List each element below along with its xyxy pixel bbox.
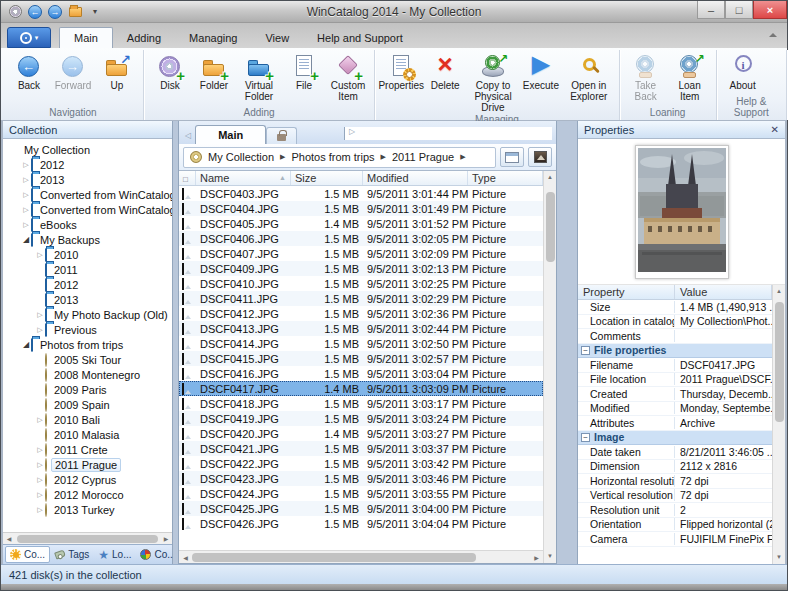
- tree-item-2012[interactable]: 2012: [3, 277, 172, 292]
- property-row-filename[interactable]: FilenameDSCF0417.JPG: [578, 358, 772, 373]
- ribbon-tab-adding[interactable]: Adding: [113, 28, 175, 48]
- file-row-dscf0414-jpg[interactable]: DSCF0414.JPG1.5 MB9/5/2011 3:02:50 PMPic…: [179, 336, 543, 351]
- ribbon-tab-managing[interactable]: Managing: [175, 28, 251, 48]
- tree-item-2013[interactable]: 2013: [3, 292, 172, 307]
- file-row-dscf0410-jpg[interactable]: DSCF0410.JPG1.5 MB9/5/2011 3:02:25 PMPic…: [179, 276, 543, 291]
- collapse-icon[interactable]: ◢: [21, 235, 31, 244]
- property-row-created[interactable]: CreatedThursday, Decemb...: [578, 387, 772, 402]
- properties-button[interactable]: Properties: [379, 51, 423, 91]
- tree-item-my-backups[interactable]: ◢My Backups: [3, 232, 172, 247]
- column-header-size[interactable]: Size: [291, 171, 363, 185]
- scroll-down-icon[interactable]: ▼: [773, 551, 785, 564]
- property-row-attributes[interactable]: AttributesArchive: [578, 416, 772, 431]
- column-header-type[interactable]: Type: [468, 171, 543, 185]
- file-row-dscf0418-jpg[interactable]: DSCF0418.JPG1.5 MB9/5/2011 3:03:17 PMPic…: [179, 396, 543, 411]
- ribbon-tab-view[interactable]: View: [251, 28, 303, 48]
- expand-icon[interactable]: ▷: [35, 491, 45, 499]
- file-row-dscf0425-jpg[interactable]: DSCF0425.JPG1.5 MB9/5/2011 3:04:00 PMPic…: [179, 501, 543, 516]
- file-row-dscf0404-jpg[interactable]: DSCF0404.JPG1.5 MB9/5/2011 3:01:49 PMPic…: [179, 201, 543, 216]
- breadcrumb-item-my-collection[interactable]: My Collection: [208, 151, 274, 163]
- tree-item-2009-paris[interactable]: 2009 Paris: [3, 382, 172, 397]
- back-button[interactable]: Back: [7, 51, 51, 91]
- maximize-button[interactable]: □: [725, 1, 753, 19]
- tree-item-ebooks[interactable]: ▷eBooks: [3, 217, 172, 232]
- property-row-size[interactable]: Size1.4 MB (1,490,913 ...: [578, 300, 772, 315]
- doc-tab-locked[interactable]: [266, 127, 297, 144]
- file-row-dscf0415-jpg[interactable]: DSCF0415.JPG1.5 MB9/5/2011 3:02:57 PMPic…: [179, 351, 543, 366]
- property-group-file-properties[interactable]: −File properties: [578, 344, 772, 359]
- expand-icon[interactable]: ▷: [21, 191, 31, 199]
- property-row-file-location[interactable]: File location2011 Prague\DSCF...: [578, 373, 772, 388]
- ribbon-tab-help-and-support[interactable]: Help and Support: [303, 28, 417, 48]
- file-row-dscf0424-jpg[interactable]: DSCF0424.JPG1.5 MB9/5/2011 3:03:55 PMPic…: [179, 486, 543, 501]
- tab-scroll-left-icon[interactable]: ◁: [181, 131, 195, 144]
- doc-tab-main[interactable]: Main: [195, 125, 266, 144]
- expand-icon[interactable]: ▷: [35, 416, 45, 424]
- property-row-dimension[interactable]: Dimension2112 x 2816: [578, 460, 772, 475]
- open-in-explorer-button[interactable]: Open in Explorer: [563, 51, 615, 102]
- tree-item-converted-from-wincatalog[interactable]: ▷Converted from WinCatalog: [3, 202, 172, 217]
- tree-item-2012-cyprus[interactable]: ▷2012 Cyprus: [3, 472, 172, 487]
- tree-item-converted-from-wincatalog[interactable]: ▷Converted from WinCatalog: [3, 187, 172, 202]
- tree-item-photos-from-trips[interactable]: ◢Photos from trips: [3, 337, 172, 352]
- property-row-resolution-unit[interactable]: Resolution unit2: [578, 503, 772, 518]
- expand-icon[interactable]: ▷: [35, 326, 45, 334]
- expand-icon[interactable]: ▷: [35, 506, 45, 514]
- loan-item-button[interactable]: Loan Item: [668, 51, 712, 102]
- copy-to-physical-drive-button[interactable]: Copy to Physical Drive: [467, 51, 519, 113]
- list-horizontal-scrollbar[interactable]: ◀ ▶: [179, 550, 543, 563]
- property-row-orientation[interactable]: OrientationFlipped horizontal (2): [578, 518, 772, 533]
- scrollbar-thumb[interactable]: [17, 535, 158, 543]
- file-row-dscf0413-jpg[interactable]: DSCF0413.JPG1.5 MB9/5/2011 3:02:44 PMPic…: [179, 321, 543, 336]
- custom-item-button[interactable]: Custom Item: [326, 51, 370, 102]
- scroll-up-icon[interactable]: ▲: [773, 285, 785, 298]
- file-row-dscf0421-jpg[interactable]: DSCF0421.JPG1.5 MB9/5/2011 3:03:37 PMPic…: [179, 441, 543, 456]
- tree-horizontal-scrollbar[interactable]: ◀ ▶: [3, 532, 172, 544]
- scrollbar-thumb[interactable]: [775, 302, 784, 422]
- scroll-right-icon[interactable]: ▶: [160, 535, 172, 542]
- ribbon-collapse-button[interactable]: [767, 29, 779, 39]
- file-row-dscf0403-jpg[interactable]: DSCF0403.JPG1.5 MB9/5/2011 3:01:44 PMPic…: [179, 186, 543, 201]
- property-group-image[interactable]: −Image: [578, 431, 772, 446]
- collapse-group-icon[interactable]: −: [581, 433, 590, 442]
- property-row-comments[interactable]: Comments: [578, 329, 772, 344]
- tree-item-2012[interactable]: ▷2012: [3, 157, 172, 172]
- scrollbar-thumb[interactable]: [192, 553, 476, 562]
- file-row-dscf0417-jpg[interactable]: DSCF0417.JPG1.4 MB9/5/2011 3:03:09 PMPic…: [179, 381, 543, 396]
- scroll-down-icon[interactable]: ▼: [544, 550, 556, 563]
- file-row-dscf0411-jpg[interactable]: DSCF0411.JPG1.5 MB9/5/2011 3:02:29 PMPic…: [179, 291, 543, 306]
- file-row-dscf0423-jpg[interactable]: DSCF0423.JPG1.5 MB9/5/2011 3:03:46 PMPic…: [179, 471, 543, 486]
- tree-item-2011-crete[interactable]: ▷2011 Crete: [3, 442, 172, 457]
- scroll-left-icon[interactable]: ◀: [179, 554, 192, 561]
- scrollbar-thumb[interactable]: [546, 192, 555, 262]
- photo-thumbnail[interactable]: [635, 145, 729, 279]
- expand-icon[interactable]: ▷: [35, 446, 45, 454]
- minimize-button[interactable]: –: [697, 1, 725, 19]
- tree-item-2008-montenegro[interactable]: 2008 Montenegro: [3, 367, 172, 382]
- scroll-left-icon[interactable]: ◀: [3, 535, 15, 542]
- expand-icon[interactable]: ▷: [21, 206, 31, 214]
- expand-icon[interactable]: ▷: [35, 461, 45, 469]
- tree-item-2011-prague[interactable]: ▷2011 Prague: [3, 457, 172, 472]
- file-row-dscf0422-jpg[interactable]: DSCF0422.JPG1.5 MB9/5/2011 3:03:42 PMPic…: [179, 456, 543, 471]
- about-button[interactable]: About: [721, 51, 765, 91]
- breadcrumb-item-photos-from-trips[interactable]: Photos from trips: [291, 151, 374, 163]
- panel-tab-lo-2[interactable]: ★Lo...: [94, 546, 135, 563]
- expand-icon[interactable]: ▷: [21, 161, 31, 169]
- collapse-icon[interactable]: ◢: [21, 340, 31, 349]
- file-row-dscf0416-jpg[interactable]: DSCF0416.JPG1.5 MB9/5/2011 3:03:04 PMPic…: [179, 366, 543, 381]
- file-icon-column-header[interactable]: □: [179, 171, 196, 185]
- panel-tab-co-0[interactable]: Co...: [5, 546, 50, 563]
- expand-icon[interactable]: ▷: [35, 251, 45, 259]
- expand-icon[interactable]: ▷: [35, 476, 45, 484]
- details-view-button[interactable]: [500, 147, 524, 167]
- properties-vertical-scrollbar[interactable]: ▲ ▼: [772, 285, 785, 564]
- list-vertical-scrollbar[interactable]: ▲ ▼: [543, 171, 556, 563]
- property-row-date-taken[interactable]: Date taken8/21/2011 3:46:05 ...: [578, 445, 772, 460]
- collapse-group-icon[interactable]: −: [581, 346, 590, 355]
- expand-icon[interactable]: ▷: [21, 221, 31, 229]
- file-row-dscf0409-jpg[interactable]: DSCF0409.JPG1.5 MB9/5/2011 3:02:13 PMPic…: [179, 261, 543, 276]
- file-row-dscf0419-jpg[interactable]: DSCF0419.JPG1.5 MB9/5/2011 3:03:24 PMPic…: [179, 411, 543, 426]
- breadcrumb-separator-icon[interactable]: ▶: [381, 153, 386, 161]
- close-button[interactable]: ×: [753, 1, 787, 19]
